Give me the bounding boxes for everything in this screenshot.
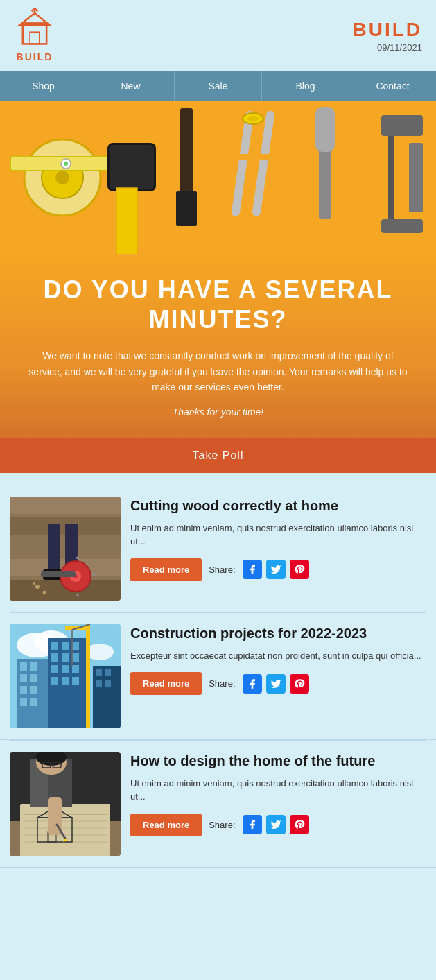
svg-rect-64 — [51, 642, 58, 650]
svg-rect-75 — [72, 677, 79, 685]
svg-rect-87 — [20, 804, 110, 856]
svg-rect-71 — [62, 665, 69, 673]
article-1: Cutting wood correctly at home Ut enim a… — [0, 485, 436, 612]
svg-rect-74 — [62, 677, 69, 685]
poll-thanks: Thanks for your time! — [28, 406, 408, 418]
svg-rect-26 — [381, 219, 423, 233]
svg-rect-56 — [30, 662, 37, 671]
svg-rect-82 — [105, 669, 111, 676]
article-1-pinterest-icon[interactable] — [290, 560, 309, 579]
svg-rect-60 — [30, 686, 37, 694]
nav-contact[interactable]: Contact — [349, 71, 436, 101]
article-1-image — [10, 497, 121, 601]
blog-section: Cutting wood correctly at home Ut enim a… — [0, 479, 436, 875]
svg-rect-12 — [110, 145, 154, 189]
nav-new[interactable]: New — [87, 71, 175, 101]
hero-image — [0, 101, 436, 254]
svg-rect-70 — [51, 665, 58, 673]
article-3-content: How to design the home of the future Ut … — [130, 752, 426, 836]
article-3-read-more[interactable]: Read more — [130, 814, 202, 836]
svg-rect-24 — [381, 115, 423, 136]
logo-label: BUILD — [17, 51, 53, 62]
header-right: BUILD 09/11/2021 — [352, 19, 422, 53]
svg-rect-29 — [10, 497, 121, 514]
svg-rect-76 — [86, 624, 90, 728]
logo-area: BUILD — [14, 8, 55, 62]
article-2-twitter-icon[interactable] — [266, 674, 286, 694]
svg-rect-68 — [62, 653, 69, 662]
take-poll-button[interactable]: Take Poll — [193, 449, 244, 462]
svg-rect-72 — [72, 665, 79, 673]
nav-sale[interactable]: Sale — [175, 71, 262, 101]
nav-shop[interactable]: Shop — [0, 71, 87, 101]
article-1-read-more[interactable]: Read more — [130, 558, 202, 581]
svg-rect-13 — [116, 188, 137, 254]
article-1-twitter-icon[interactable] — [266, 560, 286, 579]
header-date: 09/11/2021 — [352, 42, 422, 53]
article-1-excerpt: Ut enim ad minim veniam, quis nostrud ex… — [130, 522, 426, 549]
article-2-title: Construction projects for 2022-2023 — [130, 624, 426, 642]
article-1-share-label: Share: — [209, 565, 235, 575]
svg-rect-67 — [51, 653, 58, 662]
article-3-title: How to design the home of the future — [130, 752, 426, 770]
svg-rect-62 — [30, 698, 37, 706]
svg-rect-73 — [51, 677, 58, 685]
svg-point-10 — [64, 162, 68, 166]
article-1-actions: Read more Share: — [130, 558, 426, 581]
svg-point-47 — [33, 582, 35, 585]
article-3-excerpt: Ut enim ad minim veniam, quis nostrud ex… — [130, 777, 426, 804]
svg-rect-59 — [20, 686, 27, 694]
article-3-social-icons — [243, 815, 309, 834]
svg-rect-23 — [315, 107, 335, 152]
article-2: Construction projects for 2022-2023 Exce… — [0, 613, 436, 740]
nav-blog[interactable]: Blog — [262, 71, 349, 101]
article-3-facebook-icon[interactable] — [243, 815, 262, 834]
svg-rect-66 — [72, 642, 79, 650]
article-3-image — [10, 752, 121, 856]
svg-rect-25 — [388, 136, 394, 233]
article-3-pinterest-icon[interactable] — [290, 815, 309, 834]
svg-rect-34 — [48, 524, 60, 573]
article-2-share-label: Share: — [209, 678, 235, 689]
svg-rect-27 — [409, 143, 423, 212]
article-2-read-more[interactable]: Read more — [130, 672, 202, 695]
svg-rect-83 — [96, 680, 102, 687]
article-3-twitter-icon[interactable] — [266, 815, 286, 834]
article-2-pinterest-icon[interactable] — [290, 674, 309, 694]
brand-title: BUILD — [352, 19, 422, 41]
article-1-title: Cutting wood correctly at home — [130, 497, 426, 515]
svg-point-20 — [247, 116, 259, 121]
svg-rect-14 — [180, 108, 193, 205]
svg-rect-58 — [30, 674, 37, 682]
article-1-facebook-icon[interactable] — [243, 560, 262, 579]
article-2-content: Construction projects for 2022-2023 Exce… — [130, 624, 426, 696]
poll-headline: DO YOU HAVE A SEVERAL MINUTES? — [28, 275, 408, 334]
svg-rect-81 — [96, 669, 102, 676]
poll-button-wrapper[interactable]: Take Poll — [0, 438, 436, 473]
svg-point-46 — [35, 585, 40, 589]
svg-rect-57 — [20, 674, 27, 682]
article-3: How to design the home of the future Ut … — [0, 741, 436, 868]
svg-rect-15 — [176, 191, 197, 226]
article-1-social-icons — [243, 560, 309, 579]
article-3-actions: Read more Share: — [130, 814, 426, 836]
article-2-social-icons — [243, 674, 309, 694]
article-2-facebook-icon[interactable] — [243, 674, 262, 694]
poll-body: We want to note that we constantly condu… — [28, 348, 408, 395]
svg-rect-84 — [105, 680, 111, 687]
svg-rect-45 — [41, 571, 76, 577]
svg-point-48 — [43, 590, 46, 594]
article-2-excerpt: Excepteur sint occaecat cupidatat non pr… — [130, 649, 426, 663]
svg-rect-55 — [20, 662, 27, 671]
article-3-share-label: Share: — [209, 820, 235, 830]
svg-rect-69 — [72, 653, 79, 662]
hero-tools-svg — [0, 101, 436, 254]
logo-icon — [14, 8, 55, 50]
svg-rect-0 — [23, 23, 46, 44]
poll-section: DO YOU HAVE A SEVERAL MINUTES? We want t… — [0, 254, 436, 438]
svg-rect-3 — [30, 32, 40, 44]
header: BUILD BUILD 09/11/2021 — [0, 0, 436, 71]
article-2-image — [10, 624, 121, 728]
svg-point-7 — [55, 171, 69, 184]
article-2-actions: Read more Share: — [130, 672, 426, 695]
